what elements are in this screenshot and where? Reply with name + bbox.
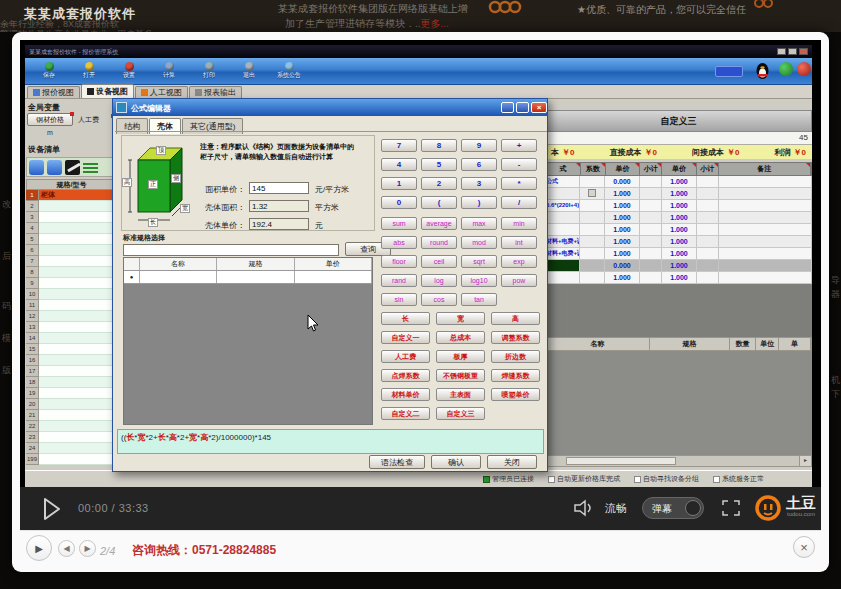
cell bbox=[580, 188, 605, 199]
formula-display: ((长*宽*2+长*高*2+宽*高*2)/1000000)*145 bbox=[117, 429, 544, 454]
playlist-play-button[interactable]: ▶ bbox=[26, 535, 52, 561]
video-player[interactable]: 某某成套报价软件 - 报价管理系统 保存打开设置计算打印退出系统公告 bbox=[20, 40, 821, 530]
volume-icon[interactable] bbox=[573, 499, 595, 517]
column-header: 数量 bbox=[730, 338, 757, 350]
cell bbox=[545, 224, 580, 235]
cell bbox=[640, 188, 662, 199]
row-number: 7 bbox=[26, 256, 39, 267]
page-text-fragment: 下 bbox=[831, 388, 840, 401]
cell: 1.000 bbox=[605, 212, 640, 223]
quote-view-icon bbox=[33, 89, 40, 96]
column-header: 小计 bbox=[640, 163, 662, 175]
labor-cost-button: 人工费 bbox=[78, 115, 99, 125]
row-number: 11 bbox=[26, 300, 39, 311]
row-value bbox=[39, 344, 117, 355]
row-value bbox=[39, 234, 117, 245]
field-label: 壳体面积： bbox=[153, 202, 245, 213]
calc-var-button: 焊缝系数 bbox=[491, 369, 540, 382]
scrollbar-thumb bbox=[566, 457, 676, 465]
row-number: 12 bbox=[26, 311, 39, 322]
cell bbox=[719, 188, 812, 199]
calc-var-button: 不锈钢板重 bbox=[436, 369, 485, 382]
cost-value: ￥0 bbox=[562, 147, 574, 158]
quality-selector[interactable]: 流畅 bbox=[605, 501, 627, 516]
tudou-logo-icon[interactable] bbox=[755, 495, 781, 521]
cell: 0.000 bbox=[605, 260, 640, 271]
background-text: 某某成套报价软件集团版在网络版基础上增 bbox=[278, 2, 468, 16]
cost-item: 间接成本￥0 bbox=[692, 147, 739, 158]
cell bbox=[719, 200, 812, 211]
field-input: 1.32 bbox=[249, 200, 309, 212]
time-display: 00:00 / 33:33 bbox=[78, 502, 149, 514]
toolbar-button-2: 打开 bbox=[69, 59, 109, 83]
field-unit: 元 bbox=[315, 220, 323, 231]
cell: 1.000 bbox=[605, 248, 640, 259]
toolbar-button-label: 保存 bbox=[43, 71, 55, 80]
calc-var-button: 人工费 bbox=[381, 350, 430, 363]
dialog-title: 公式编辑器 bbox=[131, 103, 171, 114]
device-row: 4 bbox=[26, 223, 117, 234]
prev-video-button[interactable]: ◀ bbox=[58, 540, 75, 557]
dialog-minimize-icon bbox=[501, 102, 514, 113]
close-lightbox-button[interactable]: × bbox=[793, 536, 815, 558]
toolbar-button-icon bbox=[45, 62, 54, 71]
cell bbox=[640, 260, 662, 271]
next-video-button[interactable]: ▶ bbox=[79, 540, 96, 557]
calc-key--: - bbox=[501, 158, 537, 171]
cell bbox=[719, 236, 812, 247]
toolbar-button-7: 系统公告 bbox=[269, 59, 309, 83]
recorded-app-window: 某某成套报价软件 - 报价管理系统 保存打开设置计算打印退出系统公告 bbox=[25, 45, 812, 487]
cell bbox=[545, 188, 580, 199]
row-value bbox=[39, 432, 117, 443]
tab-labor-view: 人工视图 bbox=[135, 86, 188, 98]
page-text-fragment: 码 bbox=[2, 300, 11, 313]
play-icon[interactable] bbox=[42, 497, 62, 521]
table-row: 1.0001.000 bbox=[545, 224, 812, 236]
device-row: 9 bbox=[26, 278, 117, 289]
device-row: 22 bbox=[26, 421, 117, 432]
empty-area bbox=[545, 351, 812, 455]
row-number: 10 bbox=[26, 289, 39, 300]
mouse-cursor bbox=[307, 314, 319, 332]
table-row: 0.6*(220I+4)1.0001.000 bbox=[545, 200, 812, 212]
row-number: 8 bbox=[26, 267, 39, 278]
status-item: 自动更新价格库完成 bbox=[548, 474, 620, 484]
spec-grid-header: 名称规格单价 bbox=[124, 258, 372, 271]
device-row: 5 bbox=[26, 234, 117, 245]
spec-grid-empty-row: ● bbox=[124, 271, 372, 284]
row-value bbox=[39, 377, 117, 388]
row-value bbox=[39, 454, 117, 465]
status-text: 自动更新价格库完成 bbox=[557, 474, 620, 484]
chain-logo-partial-icon bbox=[753, 0, 773, 10]
price-table-header: 式系数单价小计单价小计备注 bbox=[545, 162, 812, 176]
cell: 1.000 bbox=[605, 236, 640, 247]
cell bbox=[580, 200, 605, 211]
fullscreen-icon[interactable] bbox=[721, 499, 741, 517]
device-row: 1柜体 bbox=[26, 190, 117, 201]
danmaku-toggle[interactable]: 弹幕 bbox=[642, 497, 704, 519]
device-row: 20 bbox=[26, 399, 117, 410]
divider bbox=[115, 131, 547, 132]
column-header: 式 bbox=[546, 163, 581, 175]
device-row: 7 bbox=[26, 256, 117, 267]
status-checkbox bbox=[634, 476, 641, 483]
background-text: 加了生产管理进销存等模块．..更多... bbox=[285, 17, 449, 31]
spec-select-label: 标准规格选择 bbox=[123, 233, 165, 243]
calc-var-button: 高 bbox=[491, 312, 540, 325]
steel-price-button: 钢材价格 bbox=[27, 113, 73, 126]
cell: 1.000 bbox=[662, 260, 697, 271]
row-number: 19 bbox=[26, 388, 39, 399]
status-item: 系统服务正常 bbox=[713, 474, 764, 484]
calc-func-log: log bbox=[421, 274, 457, 287]
row-value bbox=[39, 388, 117, 399]
tab-quote-view: 报价视图 bbox=[27, 86, 80, 98]
device-list-label: 设备清单 bbox=[28, 144, 60, 155]
device-row: 8 bbox=[26, 267, 117, 278]
cell: 公式 bbox=[545, 176, 580, 187]
toolbar-button-icon bbox=[165, 62, 174, 71]
cell: 1.000 bbox=[662, 176, 697, 187]
row-selector: ● bbox=[124, 271, 140, 283]
page-text-fragment: 改 bbox=[2, 198, 11, 211]
custom3-header: 自定义三 bbox=[545, 110, 812, 132]
device-row: 24 bbox=[26, 443, 117, 454]
